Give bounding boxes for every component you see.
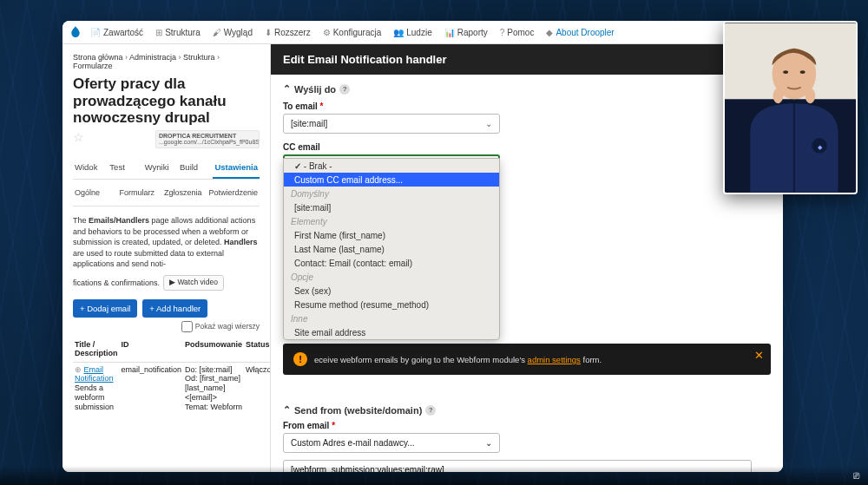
dropdown-option[interactable]: Contact: Email (contact: email): [284, 256, 499, 270]
dropdown-group-label: Inne: [284, 311, 499, 325]
cast-icon[interactable]: ⎚: [853, 469, 859, 482]
toolbar-icon: 📊: [444, 28, 455, 37]
dropdown-option[interactable]: - Brak -: [284, 159, 499, 173]
svg-point-3: [783, 70, 788, 74]
toolbar-icon: 📄: [90, 28, 101, 37]
cc-email-label: CC email: [283, 142, 771, 152]
panel-header: Edit Email Notification handler: [271, 44, 783, 75]
page-title: Oferty pracy dla prowadzącego kanału now…: [73, 75, 260, 127]
close-warning-icon[interactable]: ✕: [754, 349, 764, 362]
dropdown-option[interactable]: Current user email address [Authenticate…: [284, 339, 499, 340]
toolbar-icon: ⬇: [265, 28, 272, 37]
toolbar-label: Struktura: [165, 28, 201, 37]
svg-point-6: [806, 88, 816, 104]
toolbar-item-wygląd[interactable]: 🖌Wygląd: [207, 26, 258, 39]
secondary-tabs: OgólneFormularzZgłoszeniaPotwierdzenie: [73, 180, 260, 206]
handlers-table: Title / DescriptionIDPodsumowanieStatusO…: [73, 338, 271, 415]
tab-build[interactable]: Build: [178, 159, 213, 179]
left-panel: Strona główna › Administracja › Struktur…: [62, 44, 271, 472]
admin-toolbar: 📄Zawartość⊞Struktura🖌Wygląd⬇Rozszerz⚙Kon…: [62, 21, 783, 44]
dropdown-group-label: Domyślny: [284, 187, 499, 200]
send-from-section-toggle[interactable]: ⌃ Send from (website/domain) ?: [283, 404, 771, 416]
app-window: 📄Zawartość⊞Struktura🖌Wygląd⬇Rozszerz⚙Kon…: [62, 21, 783, 472]
toolbar-icon: ⚙: [323, 28, 331, 37]
subtab-zgłoszenia[interactable]: Zgłoszenia: [162, 187, 207, 199]
toolbar-item-ludzie[interactable]: 👥Ludzie: [388, 26, 437, 39]
drupal-logo-icon[interactable]: [68, 24, 83, 40]
toolbar-label: Konfiguracja: [333, 28, 382, 37]
toolbar-icon: 🖌: [213, 28, 221, 37]
warning-icon: !: [293, 352, 307, 366]
right-panel: Edit Email Notification handler ⌃ Wyślij…: [271, 44, 783, 472]
dropdown-option[interactable]: Sex (sex): [284, 284, 499, 298]
toolbar-item-rozszerz[interactable]: ⬇Rozszerz: [260, 26, 316, 39]
help-icon[interactable]: ?: [339, 84, 350, 95]
recruitment-source-box: DROPTICA RECRUITMENT ...google.com/.../1…: [155, 130, 260, 148]
show-weights-toggle[interactable]: Pokaż wagi wierszy: [73, 321, 260, 332]
from-email-select[interactable]: Custom Adres e-mail nadawcy... ⌄: [283, 433, 500, 453]
toolbar-label: Ludzie: [406, 28, 431, 37]
collapse-icon: ⌃: [283, 404, 291, 416]
toolbar-label: Zawartość: [103, 28, 143, 37]
show-weights-checkbox[interactable]: [181, 321, 193, 332]
toolbar-label: Rozszerz: [274, 28, 311, 37]
tab-ustawienia[interactable]: Ustawienia: [213, 159, 260, 179]
to-email-select[interactable]: [site:mail] ⌄: [283, 114, 500, 134]
dropdown-option[interactable]: Last Name (last_name): [284, 242, 499, 256]
handlers-description: The Emails/Handlers page allows addition…: [73, 215, 260, 270]
primary-tabs: WidokTestWynikiBuildUstawienia: [73, 159, 260, 180]
dropdown-option[interactable]: Resume method (resume_method): [284, 298, 499, 311]
dropdown-option[interactable]: Site email address: [284, 325, 499, 339]
toolbar-item-konfiguracja[interactable]: ⚙Konfiguracja: [318, 26, 387, 39]
column-header: Title / Description: [73, 338, 120, 362]
toolbar-icon: 👥: [393, 28, 404, 37]
to-email-label: To email *: [283, 102, 771, 111]
favorite-star-icon[interactable]: ☆: [73, 130, 84, 144]
table-row: ⊕ Email Notification Sends a webform sub…: [73, 362, 271, 414]
send-to-section-toggle[interactable]: ⌃ Wyślij do ?: [283, 83, 771, 95]
dropdown-option[interactable]: Custom CC email address...: [284, 173, 499, 187]
collapse-icon: ⌃: [283, 83, 291, 95]
column-header: Podsumowanie: [183, 338, 244, 362]
toolbar-icon: ⊞: [155, 28, 162, 37]
presenter-webcam: ◆: [723, 21, 858, 194]
droopler-icon: ◆: [546, 28, 553, 37]
about-droopler-link[interactable]: ◆ About Droopler: [541, 26, 619, 39]
toolbar-item-struktura[interactable]: ⊞Struktura: [150, 26, 206, 39]
column-header: Status: [244, 338, 271, 362]
toolbar-label: Wygląd: [224, 28, 253, 37]
cc-dropdown: - Brak -Custom CC email address...Domyśl…: [283, 158, 500, 340]
add-email-button[interactable]: + Dodaj email: [73, 299, 137, 318]
watch-video-button[interactable]: ▶ Watch video: [163, 275, 224, 291]
tab-test[interactable]: Test: [108, 159, 142, 179]
toolbar-label: Pomoc: [507, 28, 534, 37]
dropdown-group-label: Elementy: [284, 214, 499, 228]
drag-handle-icon[interactable]: ⊕: [75, 365, 82, 374]
dropdown-group-label: Opcje: [284, 270, 499, 284]
admin-settings-link[interactable]: admin settings: [528, 355, 581, 364]
video-controls: ⎚: [0, 466, 868, 485]
tab-wyniki[interactable]: Wyniki: [143, 159, 178, 179]
svg-point-4: [800, 70, 806, 74]
warning-banner: ! eceive webform emails by going to the …: [283, 344, 771, 375]
help-icon[interactable]: ?: [425, 405, 436, 416]
add-handler-button[interactable]: + Add handler: [142, 299, 207, 318]
toolbar-item-zawartość[interactable]: 📄Zawartość: [85, 26, 148, 39]
breadcrumb: Strona główna › Administracja › Struktur…: [73, 53, 260, 70]
toolbar-icon: ?: [500, 28, 505, 37]
subtab-potwierdzenie[interactable]: Potwierdzenie: [207, 187, 260, 199]
chevron-down-icon: ⌄: [485, 119, 492, 128]
tab-widok[interactable]: Widok: [73, 159, 108, 179]
svg-point-5: [773, 88, 784, 104]
chevron-down-icon: ⌄: [485, 438, 492, 448]
column-header: ID: [120, 338, 184, 362]
dropdown-option[interactable]: First Name (first_name): [284, 228, 499, 242]
toolbar-label: Raporty: [457, 28, 488, 37]
toolbar-item-pomoc[interactable]: ?Pomoc: [495, 26, 540, 39]
from-email-label: From email *: [283, 421, 771, 430]
about-label: About Droopler: [556, 28, 614, 37]
subtab-formularz[interactable]: Formularz: [117, 187, 161, 199]
subtab-ogólne[interactable]: Ogólne: [73, 187, 117, 199]
toolbar-item-raporty[interactable]: 📊Raporty: [439, 26, 493, 39]
dropdown-option[interactable]: [site:mail]: [284, 200, 499, 214]
